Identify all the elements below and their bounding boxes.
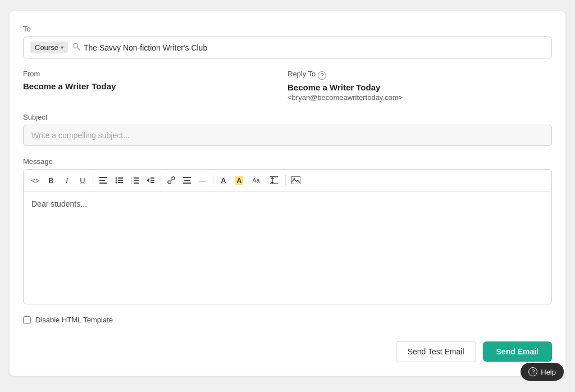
- subject-label: Subject: [23, 113, 552, 121]
- to-label: To: [23, 25, 552, 33]
- help-fab-label: Help: [541, 368, 556, 376]
- message-label: Message: [23, 157, 552, 166]
- to-box: Course ▾: [23, 37, 552, 58]
- toolbar-image-btn[interactable]: [289, 173, 303, 188]
- send-test-email-button[interactable]: Send Test Email: [396, 341, 476, 362]
- reply-to-name: Become a Writer Today: [288, 83, 552, 92]
- to-search-input[interactable]: [84, 43, 545, 52]
- toolbar-line-height-btn[interactable]: [266, 173, 282, 188]
- svg-line-1: [77, 48, 80, 50]
- help-fab-icon: ?: [528, 367, 537, 376]
- message-editor[interactable]: Dear students...: [24, 192, 551, 304]
- reply-to-section: Reply To ? Become a Writer Today <bryan@…: [288, 70, 552, 102]
- svg-rect-23: [183, 183, 191, 184]
- toolbar-font-size-btn[interactable]: Aa: [248, 173, 264, 188]
- svg-rect-16: [134, 183, 139, 184]
- svg-rect-4: [99, 183, 107, 184]
- toolbar-font-color-btn[interactable]: A: [216, 173, 231, 188]
- editor-wrapper: <> B I U 1.2.3.: [23, 169, 552, 304]
- reply-to-help-icon[interactable]: ?: [318, 71, 326, 80]
- help-fab[interactable]: ? Help: [521, 363, 564, 381]
- svg-rect-22: [184, 180, 190, 181]
- toolbar-underline-btn[interactable]: U: [75, 173, 90, 188]
- svg-rect-19: [150, 180, 154, 181]
- toolbar-align-btn[interactable]: [180, 173, 194, 188]
- toolbar-italic-btn[interactable]: I: [60, 173, 74, 188]
- svg-marker-17: [147, 178, 149, 183]
- disable-html-checkbox[interactable]: [23, 316, 31, 324]
- toolbar-divider-4: [285, 175, 286, 185]
- svg-rect-24: [270, 176, 278, 177]
- svg-rect-10: [118, 182, 123, 183]
- toolbar-outdent-btn[interactable]: [143, 173, 158, 188]
- course-tag-arrow: ▾: [61, 44, 63, 51]
- course-tag[interactable]: Course ▾: [30, 42, 68, 53]
- toolbar-divider-2: [161, 175, 161, 185]
- reply-to-label-row: Reply To ?: [288, 70, 552, 81]
- svg-point-5: [116, 177, 117, 179]
- svg-point-0: [73, 44, 77, 48]
- toolbar: <> B I U 1.2.3.: [24, 170, 551, 192]
- from-label: From: [23, 70, 288, 78]
- svg-rect-12: [134, 177, 139, 179]
- reply-to-label: Reply To: [288, 70, 316, 78]
- message-section: Message <> B I U 1.2.3.: [23, 157, 552, 304]
- toolbar-highlight-btn[interactable]: A: [232, 173, 247, 188]
- svg-rect-20: [150, 182, 154, 183]
- svg-rect-18: [150, 177, 154, 179]
- svg-text:3.: 3.: [131, 182, 133, 184]
- email-composer: To Course ▾ From Become a Writer Today R…: [10, 11, 565, 376]
- subject-section: Subject: [23, 113, 552, 146]
- to-section: To Course ▾: [23, 25, 552, 58]
- footer-row: Send Test Email Send Email: [23, 341, 552, 362]
- subject-input[interactable]: [23, 125, 552, 146]
- svg-rect-6: [118, 177, 123, 179]
- toolbar-bold-btn[interactable]: B: [44, 173, 58, 188]
- course-tag-label: Course: [35, 43, 58, 52]
- svg-point-9: [116, 182, 117, 184]
- from-name: Become a Writer Today: [23, 81, 288, 91]
- disable-html-label: Disable HTML Template: [35, 316, 113, 324]
- disable-html-row: Disable HTML Template: [23, 316, 552, 324]
- toolbar-list-ol-btn[interactable]: 1.2.3.: [127, 173, 142, 188]
- svg-rect-25: [270, 184, 278, 185]
- reply-to-email: <bryan@becomeawritertoday.com>: [288, 93, 552, 102]
- send-email-button[interactable]: Send Email: [483, 341, 552, 362]
- toolbar-divider-3: [213, 175, 213, 185]
- svg-rect-14: [134, 180, 139, 181]
- toolbar-code-btn[interactable]: <>: [28, 173, 43, 188]
- svg-rect-3: [99, 180, 105, 181]
- svg-rect-2: [99, 177, 107, 178]
- svg-rect-21: [183, 177, 191, 178]
- from-section: From Become a Writer Today: [23, 70, 288, 102]
- toolbar-hr-btn[interactable]: —: [195, 173, 210, 188]
- svg-rect-8: [118, 180, 123, 181]
- svg-point-7: [116, 180, 117, 181]
- editor-body-text: Dear students...: [31, 199, 87, 208]
- toolbar-link-btn[interactable]: [164, 173, 179, 188]
- toolbar-divider-1: [93, 175, 93, 185]
- toolbar-list-ul-btn[interactable]: [112, 173, 126, 188]
- from-reply-row: From Become a Writer Today Reply To ? Be…: [23, 70, 552, 102]
- toolbar-align-left-btn[interactable]: [96, 173, 111, 188]
- search-icon: [72, 43, 80, 52]
